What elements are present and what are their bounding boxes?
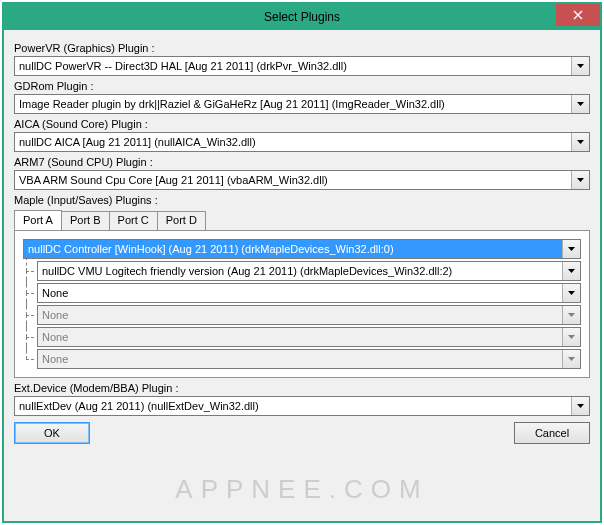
chevron-down-icon [568,247,575,251]
maple-sub-combo-4: None [37,349,581,369]
tree-connector [23,349,37,369]
ok-button[interactable]: OK [14,422,90,444]
maple-sub-row-2: None [23,305,581,325]
maple-main-row: nullDC Controller [WinHook] (Aug 21 2011… [23,239,581,259]
powervr-label: PowerVR (Graphics) Plugin : [14,42,590,54]
chevron-down-icon [577,178,584,182]
dropdown-arrow [562,262,580,280]
gdrom-plugin-combo[interactable]: Image Reader plugin by drk||Raziel & GiG… [14,94,590,114]
chevron-down-icon [577,140,584,144]
chevron-down-icon [568,357,575,361]
tree-connector [23,327,37,347]
title-bar: Select Plugins [4,4,600,30]
tree-connector [23,305,37,325]
chevron-down-icon [568,291,575,295]
dialog-window: Select Plugins PowerVR (Graphics) Plugin… [2,2,602,523]
tab-port-d[interactable]: Port D [157,211,206,230]
powervr-plugin-combo[interactable]: nullDC PowerVR -- Direct3D HAL [Aug 21 2… [14,56,590,76]
maple-main-combo[interactable]: nullDC Controller [WinHook] (Aug 21 2011… [23,239,581,259]
maple-sub-value-1: None [38,284,562,302]
aica-label: AICA (Sound Core) Plugin : [14,118,590,130]
maple-sub-combo-1[interactable]: None [37,283,581,303]
maple-sub-row-3: None [23,327,581,347]
dropdown-arrow [562,284,580,302]
arm7-label: ARM7 (Sound CPU) Plugin : [14,156,590,168]
maple-sub-value-3: None [38,328,562,346]
dropdown-arrow [562,350,580,368]
chevron-down-icon [568,335,575,339]
powervr-plugin-value: nullDC PowerVR -- Direct3D HAL [Aug 21 2… [15,57,571,75]
watermark-text: APPNEE.COM [4,474,600,505]
gdrom-label: GDRom Plugin : [14,80,590,92]
dropdown-arrow [562,240,580,258]
chevron-down-icon [568,313,575,317]
maple-sub-combo-0[interactable]: nullDC VMU Logitech friendly version (Au… [37,261,581,281]
maple-sub-value-4: None [38,350,562,368]
tab-port-a[interactable]: Port A [14,210,62,230]
chevron-down-icon [568,269,575,273]
dialog-body: PowerVR (Graphics) Plugin : nullDC Power… [4,30,600,521]
maple-sub-combo-3: None [37,327,581,347]
chevron-down-icon [577,64,584,68]
dropdown-arrow [562,306,580,324]
aica-plugin-value: nullDC AICA [Aug 21 2011] (nullAICA_Win3… [15,133,571,151]
maple-sub-combo-2: None [37,305,581,325]
maple-sub-row-1: None [23,283,581,303]
dropdown-arrow [562,328,580,346]
arm7-plugin-combo[interactable]: VBA ARM Sound Cpu Core [Aug 21 2011] (vb… [14,170,590,190]
maple-sub-value-0: nullDC VMU Logitech friendly version (Au… [38,262,562,280]
maple-sub-value-2: None [38,306,562,324]
arm7-plugin-value: VBA ARM Sound Cpu Core [Aug 21 2011] (vb… [15,171,571,189]
extdev-plugin-combo[interactable]: nullExtDev (Aug 21 2011) (nullExtDev_Win… [14,396,590,416]
extdev-label: Ext.Device (Modem/BBA) Plugin : [14,382,590,394]
title-text: Select Plugins [4,10,600,24]
dropdown-arrow [571,133,589,151]
tree-connector [23,261,37,281]
maple-sub-row-4: None [23,349,581,369]
chevron-down-icon [577,404,584,408]
maple-main-value: nullDC Controller [WinHook] (Aug 21 2011… [24,240,562,258]
tree-connector [23,283,37,303]
tab-port-b[interactable]: Port B [61,211,110,230]
extdev-plugin-value: nullExtDev (Aug 21 2011) (nullExtDev_Win… [15,397,571,415]
chevron-down-icon [577,102,584,106]
cancel-button[interactable]: Cancel [514,422,590,444]
tab-port-c[interactable]: Port C [109,211,158,230]
maple-label: Maple (Input/Saves) Plugins : [14,194,590,206]
dropdown-arrow [571,95,589,113]
dropdown-arrow [571,397,589,415]
maple-sub-row-0: nullDC VMU Logitech friendly version (Au… [23,261,581,281]
maple-panel: nullDC Controller [WinHook] (Aug 21 2011… [14,230,590,378]
maple-tabs: Port A Port B Port C Port D [14,211,590,230]
dropdown-arrow [571,57,589,75]
dropdown-arrow [571,171,589,189]
aica-plugin-combo[interactable]: nullDC AICA [Aug 21 2011] (nullAICA_Win3… [14,132,590,152]
gdrom-plugin-value: Image Reader plugin by drk||Raziel & GiG… [15,95,571,113]
button-row: OK Cancel [14,422,590,444]
